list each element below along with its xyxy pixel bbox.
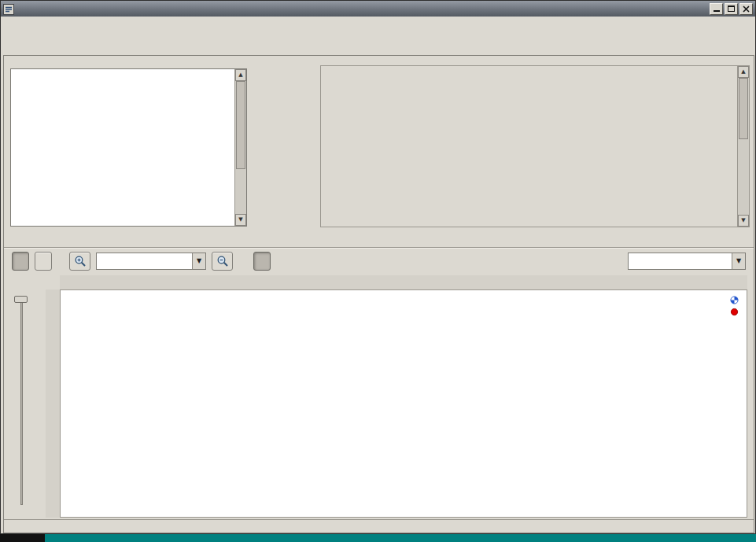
scroll-up-icon[interactable]: ▲ bbox=[235, 69, 246, 81]
zoom-in-button[interactable] bbox=[69, 252, 90, 271]
chevron-down-icon[interactable]: ▼ bbox=[732, 253, 745, 269]
titlebar[interactable] bbox=[1, 1, 755, 17]
minimize-button[interactable] bbox=[710, 3, 723, 15]
add-component-panel: ▲ ▼ bbox=[320, 65, 750, 227]
close-icon bbox=[743, 6, 750, 13]
rocket-view-area bbox=[4, 274, 754, 519]
minimize-icon bbox=[714, 6, 720, 12]
rocket-diagram[interactable] bbox=[60, 289, 747, 518]
rocket-design-pane: ▲ ▼ ▲ ▼ ▼ bbox=[3, 55, 754, 533]
magnifier-minus-icon bbox=[216, 255, 229, 267]
horizontal-ruler bbox=[60, 275, 747, 289]
close-button[interactable] bbox=[739, 3, 753, 15]
desktop-strip bbox=[0, 534, 45, 542]
app-window: ▲ ▼ ▲ ▼ ▼ bbox=[0, 0, 756, 534]
tree-scrollbar[interactable]: ▲ ▼ bbox=[234, 69, 246, 226]
motor-configuration-select[interactable]: ▼ bbox=[628, 253, 746, 270]
rotation-slider[interactable] bbox=[20, 299, 23, 505]
chevron-down-icon[interactable]: ▼ bbox=[192, 253, 205, 269]
menubar bbox=[1, 17, 755, 35]
stage-1-toggle[interactable] bbox=[253, 252, 271, 271]
scrollbar-thumb[interactable] bbox=[236, 81, 245, 169]
magnifier-plus-icon bbox=[74, 255, 87, 267]
zoom-out-button[interactable] bbox=[212, 252, 233, 271]
scrollbar-thumb[interactable] bbox=[739, 78, 748, 139]
vertical-ruler bbox=[46, 289, 60, 518]
maximize-button[interactable] bbox=[725, 3, 738, 15]
component-tree[interactable] bbox=[12, 70, 234, 225]
maximize-icon bbox=[728, 6, 735, 12]
scroll-down-icon[interactable]: ▼ bbox=[738, 215, 749, 227]
scroll-down-icon[interactable]: ▼ bbox=[235, 214, 246, 226]
tab-bar bbox=[1, 35, 755, 55]
window-icon[interactable] bbox=[3, 3, 14, 14]
view-toolbar: ▼ ▼ bbox=[4, 247, 754, 274]
back-view-button[interactable] bbox=[35, 252, 52, 271]
zoom-level-select[interactable]: ▼ bbox=[96, 253, 206, 270]
scroll-up-icon[interactable]: ▲ bbox=[738, 66, 749, 78]
component-tree-panel: ▲ ▼ bbox=[10, 68, 247, 227]
rotation-slider-handle[interactable] bbox=[14, 296, 28, 303]
side-view-button[interactable] bbox=[12, 252, 29, 271]
status-hint-bar bbox=[4, 519, 754, 533]
add-panel-scrollbar[interactable]: ▲ ▼ bbox=[737, 66, 749, 227]
